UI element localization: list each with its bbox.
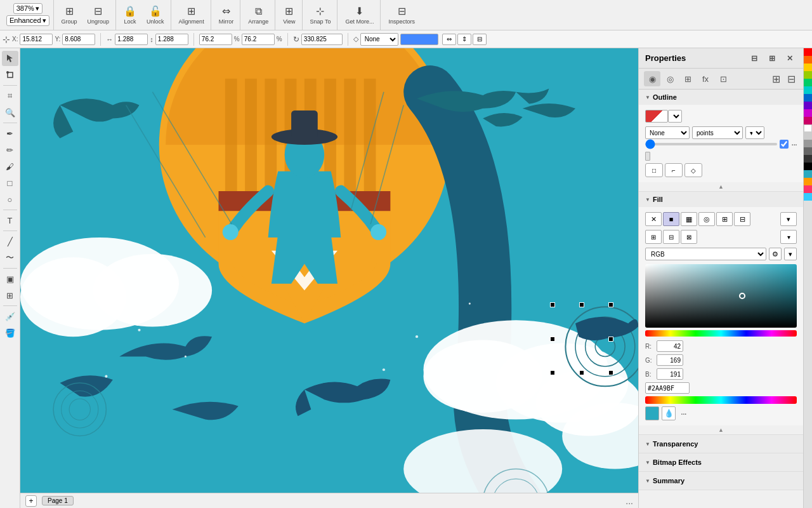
brush-tool[interactable]: 🖌 <box>2 159 18 174</box>
fill-type-select[interactable]: None Flat <box>360 33 398 46</box>
palette-white[interactable] <box>804 124 812 132</box>
hex-input[interactable] <box>645 382 690 394</box>
ungroup-button[interactable]: ⊟ Ungroup <box>85 4 112 26</box>
outline-slider[interactable] <box>645 143 777 145</box>
freehand-tool[interactable]: 〜 <box>2 250 18 265</box>
transparency-section-header[interactable]: ▼ Transparency <box>639 435 803 453</box>
palette-darker-gray[interactable] <box>804 155 812 163</box>
eyedropper-button[interactable]: 💧 <box>662 406 676 420</box>
palette-sky[interactable] <box>804 193 812 201</box>
hue-bar[interactable] <box>645 330 797 337</box>
outline-unit-select[interactable]: points <box>692 126 743 139</box>
shape-tool[interactable]: □ <box>2 175 18 190</box>
fill-mode-2-btn[interactable]: ⊟ <box>663 230 679 244</box>
palette-teal[interactable] <box>804 170 812 178</box>
outline-color-swatch[interactable] <box>645 110 668 123</box>
tab-stroke[interactable]: ◎ <box>662 71 678 86</box>
palette-orange[interactable] <box>804 56 812 64</box>
x-input[interactable] <box>20 34 53 45</box>
scale-w-input[interactable] <box>199 34 232 45</box>
outline-style-bevel-btn[interactable]: ◇ <box>684 163 702 177</box>
snap-button[interactable]: ⊹ Snap To <box>308 4 334 26</box>
fill-type-flat-btn[interactable]: ■ <box>663 212 679 226</box>
group-button[interactable]: ⊞ Group <box>59 4 80 26</box>
outline-color-dropdown[interactable]: ▾ <box>668 110 682 123</box>
more-options-button[interactable]: ⊟ <box>473 34 487 45</box>
palette-black[interactable] <box>804 163 812 170</box>
fill-more-button[interactable]: ··· <box>681 408 686 418</box>
outline-collapse[interactable]: ▲ <box>639 182 803 191</box>
fill-type-linear-btn[interactable]: ▦ <box>681 212 697 226</box>
outline-style-round-btn[interactable]: ⌐ <box>665 163 683 177</box>
select-tool[interactable] <box>2 51 18 66</box>
outline-checkbox[interactable] <box>780 140 789 149</box>
b-input[interactable] <box>657 368 683 380</box>
fill-type-radial-btn[interactable]: ◎ <box>698 212 715 226</box>
tab-formula[interactable]: fx <box>697 71 714 86</box>
tab-action-2[interactable]: ⊟ <box>784 72 798 86</box>
outline-section-header[interactable]: ▼ Outline <box>639 90 803 105</box>
tab-grid[interactable]: ⊞ <box>679 71 696 86</box>
crop-tool[interactable]: ⌗ <box>2 88 18 104</box>
flip-h-button[interactable]: ⇔ <box>442 34 456 45</box>
fill-active-swatch[interactable] <box>645 406 659 420</box>
palette-light-gray[interactable] <box>804 132 812 140</box>
palette-amber[interactable] <box>804 178 812 185</box>
inspectors-button[interactable]: ⊟ Inspectors <box>386 4 417 26</box>
fill-mode-3-btn[interactable]: ⊠ <box>681 230 697 244</box>
panel-grid-button[interactable]: ⊞ <box>765 51 779 65</box>
palette-green[interactable] <box>804 79 812 86</box>
tab-resize[interactable]: ⊡ <box>715 71 731 86</box>
bitmap-effects-header[interactable]: ▼ Bitmap Effects <box>639 453 803 471</box>
ellipse-tool[interactable]: ○ <box>2 192 18 207</box>
palette-yellow-green[interactable] <box>804 71 812 79</box>
rotation-input[interactable] <box>301 34 343 45</box>
zoom-dropdown[interactable]: 387% ▾ <box>13 3 43 14</box>
palette-red[interactable] <box>804 48 812 56</box>
fill-collapse[interactable]: ▲ <box>639 425 803 434</box>
panel-resize-button[interactable]: ⊟ <box>747 51 761 65</box>
fill-type-bitmap-btn[interactable]: ⊟ <box>734 212 750 226</box>
node-tool[interactable] <box>2 67 18 83</box>
mirror-button[interactable]: ⇔ Mirror <box>216 4 237 26</box>
scale-h-input[interactable] <box>242 34 275 45</box>
color-gradient-box[interactable] <box>645 264 797 328</box>
width-input[interactable] <box>115 34 148 45</box>
color-settings-button[interactable]: ⚙ <box>769 248 782 260</box>
rect-select-tool[interactable]: ▣ <box>2 271 18 286</box>
palette-mid-gray[interactable] <box>804 140 812 147</box>
view-mode-dropdown[interactable]: Enhanced ▾ <box>6 15 49 26</box>
outline-more-button[interactable]: ··· <box>791 139 797 149</box>
fill-type-mesh-btn[interactable]: ⊞ <box>716 212 733 226</box>
fill-tool[interactable]: 🪣 <box>2 325 18 340</box>
outline-style-square-btn[interactable]: □ <box>645 163 663 177</box>
alignment-button[interactable]: ⊞ Alignment <box>176 4 207 26</box>
text-tool[interactable]: T <box>2 213 18 228</box>
y-input[interactable] <box>62 34 95 45</box>
canvas-area[interactable]: + Page 1 ... <box>20 48 638 508</box>
palette-yellow[interactable] <box>804 64 812 71</box>
palette-dark-gray[interactable] <box>804 147 812 155</box>
panel-close-button[interactable]: ✕ <box>783 51 797 65</box>
r-input[interactable] <box>657 340 683 352</box>
unlock-button[interactable]: 🔓 Unlock <box>144 4 167 26</box>
color-model-select[interactable]: RGB CMYK HSL <box>645 248 766 260</box>
zoom-tool[interactable]: 🔍 <box>2 105 18 120</box>
flip-v-button[interactable]: ⇕ <box>457 34 471 45</box>
g-input[interactable] <box>657 354 683 366</box>
pixel-tool[interactable]: ⊞ <box>2 288 18 303</box>
fill-type-more-btn[interactable]: ▾ <box>780 212 797 226</box>
height-input[interactable] <box>155 34 188 45</box>
fill-type-none-btn[interactable]: ✕ <box>645 212 662 226</box>
page-1-tab[interactable]: Page 1 <box>42 496 74 505</box>
fill-mode-more-btn[interactable]: ▾ <box>780 230 797 244</box>
tab-action-1[interactable]: ⊞ <box>769 72 783 86</box>
palette-magenta[interactable] <box>804 109 812 117</box>
palette-pink[interactable] <box>804 117 812 124</box>
color-bar[interactable] <box>400 34 438 45</box>
outline-unit-arrow[interactable]: ▾ <box>745 126 764 139</box>
view-button[interactable]: ⊞ View <box>280 4 298 26</box>
summary-section-header[interactable]: ▼ Summary <box>639 472 803 490</box>
palette-blue[interactable] <box>804 94 812 102</box>
color-presets-bar[interactable] <box>645 396 797 404</box>
